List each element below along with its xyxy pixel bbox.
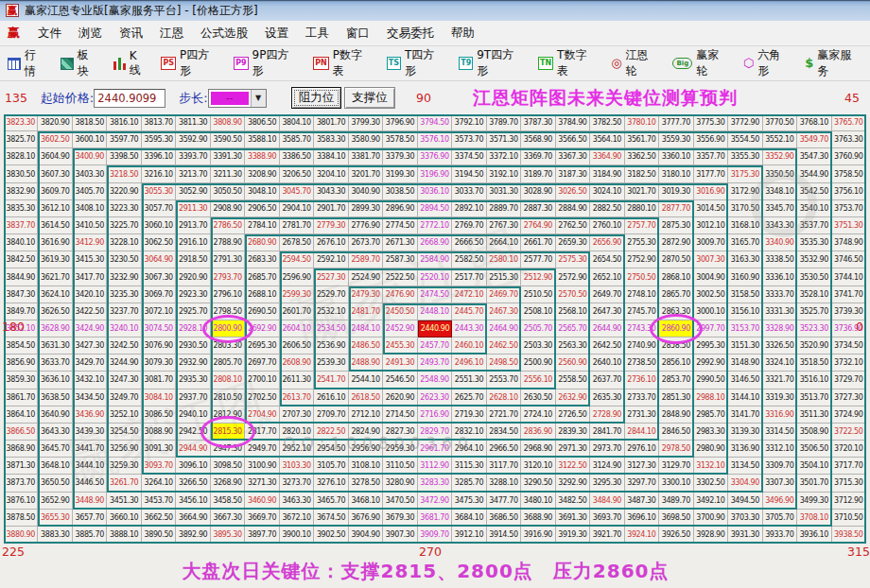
toolbar-quotes[interactable]: 行情 <box>8 47 47 79</box>
gann-angle-315: 315 <box>847 545 870 559</box>
matrix-cell: 2875.30 <box>659 217 693 234</box>
menu-gann[interactable]: 江恩 <box>151 23 192 44</box>
matrix-cell: 3712.90 <box>832 493 866 510</box>
matrix-cell: 2755.30 <box>625 234 659 251</box>
matrix-cell: 3727.30 <box>832 389 866 406</box>
matrix-cell: 2980.90 <box>694 441 728 458</box>
matrix-cell: 3590.50 <box>211 131 245 148</box>
matrix-cell: 3595.30 <box>142 131 176 148</box>
chevron-down-icon[interactable]: ▼ <box>251 90 266 107</box>
step-dropdown[interactable]: -- ▼ <box>208 89 267 108</box>
matrix-cell: 2448.10 <box>418 303 452 320</box>
matrix-cell: 3304.90 <box>728 475 762 492</box>
matrix-cell: 3292.90 <box>556 475 590 492</box>
toolbar-sectors[interactable]: 板块 <box>61 47 100 79</box>
matrix-cell: 3496.90 <box>763 493 797 510</box>
matrix-cell: 2596.90 <box>280 268 314 285</box>
matrix-cell: 3453.70 <box>142 493 176 510</box>
matrix-cell: 2460.10 <box>452 337 486 355</box>
matrix-cell: 2556.10 <box>521 372 555 389</box>
matrix-cell: 3484.90 <box>590 493 624 510</box>
menu-window[interactable]: 窗口 <box>338 23 378 44</box>
matrix-cell: 2440.90 <box>418 320 452 337</box>
matrix-cell: 3396.10 <box>142 148 176 165</box>
matrix-cell: 3597.70 <box>107 131 141 148</box>
menu-help[interactable]: 帮助 <box>443 23 483 44</box>
toolbar-kline[interactable]: K线 <box>113 49 148 78</box>
matrix-cell: 2632.90 <box>556 389 590 406</box>
matrix-cell: 3830.50 <box>4 165 38 182</box>
matrix-cell: 2474.50 <box>418 286 452 303</box>
matrix-cell: 3103.30 <box>280 458 314 475</box>
hexagon-icon: ⬡ <box>743 57 754 70</box>
matrix-cell: 2820.10 <box>280 424 314 441</box>
matrix-cell: 2949.70 <box>245 441 279 458</box>
matrix-cell: 3818.50 <box>73 114 107 131</box>
menu-news[interactable]: 资讯 <box>111 23 151 44</box>
toolbar-t-square[interactable]: TS T四方形 <box>387 47 445 79</box>
step-label: 步长: <box>179 90 207 107</box>
matrix-cell: 3883.30 <box>38 527 72 544</box>
matrix-cell: 2712.10 <box>349 406 383 424</box>
matrix-cell: 2510.50 <box>521 286 555 303</box>
menu-browse[interactable]: 浏览 <box>70 23 111 44</box>
toolbar-service[interactable]: $ 赢家服务 <box>805 47 862 79</box>
menu-tools[interactable]: 工具 <box>297 23 338 44</box>
p9-square-icon: P9 <box>234 57 248 70</box>
toolbar-9p-square[interactable]: P9 9P四方形 <box>234 47 300 79</box>
matrix-cell: 2680.90 <box>245 234 279 251</box>
matrix-cell: 3547.30 <box>797 148 831 165</box>
toolbar-p-square[interactable]: PS P四方形 <box>161 47 220 79</box>
matrix-cell: 2803.30 <box>211 337 245 355</box>
toolbar-9t-square[interactable]: T9 9T四方形 <box>459 47 525 79</box>
matrix-cell: 2676.10 <box>314 234 348 251</box>
toolbar-t-table[interactable]: TN T数字表 <box>538 47 598 79</box>
toolbar-winner-wheel[interactable]: Big 赢家轮 <box>672 47 730 79</box>
matrix-cell: 2700.10 <box>245 372 279 389</box>
matrix-cell: 3693.70 <box>590 510 624 527</box>
matrix-cell: 2760.10 <box>590 217 624 234</box>
matrix-cell: 2983.30 <box>694 424 728 441</box>
matrix-cell: 3050.50 <box>211 183 245 200</box>
mdi-child-icon: 赢 <box>8 25 20 42</box>
toolbar-gann-wheel[interactable]: ◎ 江恩轮 <box>611 47 659 79</box>
matrix-cell: 2496.10 <box>452 355 486 372</box>
matrix-cell: 2810.50 <box>211 389 245 406</box>
matrix-cell: 2880.10 <box>625 200 659 217</box>
matrix-cell: 3864.10 <box>4 406 38 424</box>
matrix-cell: 3144.10 <box>728 389 762 406</box>
matrix-cell: 2928.10 <box>176 320 210 337</box>
matrix-cell: 2592.10 <box>314 251 348 268</box>
matrix-cell: 2520.10 <box>418 268 452 285</box>
matrix-cell: 3535.30 <box>797 234 831 251</box>
toolbar-p-table[interactable]: PN P数字表 <box>313 47 374 79</box>
menu-formula-stockpick[interactable]: 公式选股 <box>192 23 256 44</box>
matrix-cell: 2781.70 <box>280 217 314 234</box>
menu-trade[interactable]: 交易委托 <box>378 23 443 44</box>
menu-settings[interactable]: 设置 <box>256 23 297 44</box>
matrix-cell: 3158.50 <box>728 286 762 303</box>
matrix-cell: 2690.50 <box>245 303 279 320</box>
matrix-cell: 3633.70 <box>38 355 72 372</box>
matrix-cell: 3307.30 <box>763 475 797 492</box>
matrix-cell: 3096.10 <box>176 458 210 475</box>
toolbar-hexagon[interactable]: ⬡ 六角形 <box>743 47 792 79</box>
gann-angle-225: 225 <box>2 545 25 559</box>
matrix-cell: 2767.30 <box>487 217 521 234</box>
matrix-cell: 3828.10 <box>4 148 38 165</box>
matrix-cell: 3715.30 <box>832 475 866 492</box>
matrix-cell: 3796.90 <box>383 114 417 131</box>
matrix-cell: 3343.30 <box>763 217 797 234</box>
matrix-cell: 2863.30 <box>659 303 693 320</box>
menu-file[interactable]: 文件 <box>29 23 70 44</box>
start-price-input[interactable] <box>94 89 165 108</box>
p-square-icon: PS <box>161 57 176 70</box>
matrix-cell: 2716.90 <box>418 406 452 424</box>
matrix-cell: 3465.70 <box>314 493 348 510</box>
matrix-cell: 3832.90 <box>4 183 38 200</box>
resistance-button[interactable]: 阻力位 <box>291 87 342 109</box>
matrix-cell: 3100.90 <box>245 458 279 475</box>
matrix-cell: 2997.70 <box>694 320 728 337</box>
matrix-cell: 3429.70 <box>73 355 107 372</box>
support-button[interactable]: 支撑位 <box>344 87 395 109</box>
